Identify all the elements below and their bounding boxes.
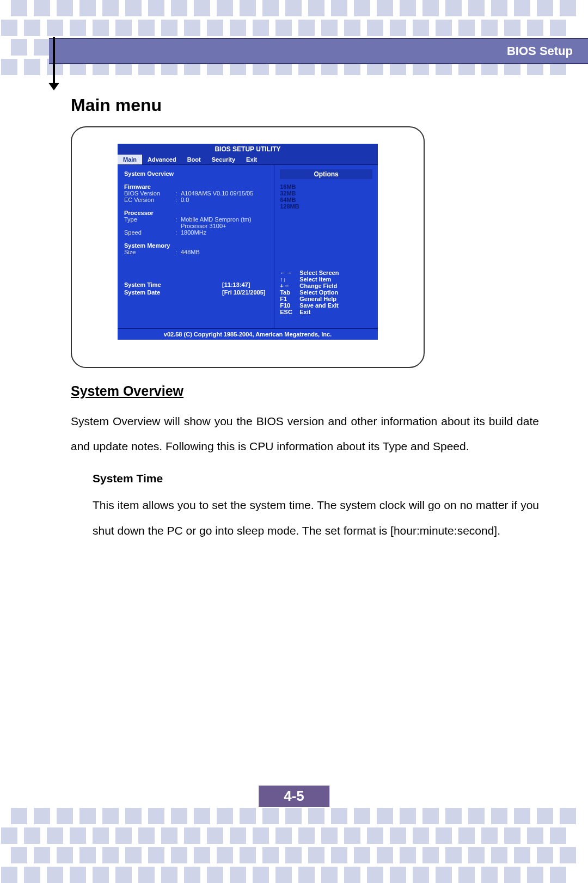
bios-tab-main[interactable]: Main: [118, 155, 142, 164]
bios-left-panel: System Overview Firmware BIOS Version:A1…: [118, 165, 274, 328]
bios-memory-header: System Memory: [124, 242, 267, 249]
bios-firmware-header: Firmware: [124, 183, 267, 190]
bios-help-keys: ←→Select Screen ↑↓Select Item + −Change …: [280, 269, 372, 315]
page-number-badge: 4-5: [259, 786, 329, 807]
bios-firmware-row: BIOS Version:A1049AMS V0.10 09/15/05: [124, 190, 267, 197]
bios-system-time[interactable]: System Time[11:13:47]: [124, 281, 267, 288]
body-paragraph: System Overview will show you the BIOS v…: [71, 409, 539, 459]
page-title: Main menu: [71, 95, 539, 115]
section-heading: System Overview: [71, 383, 539, 399]
header-title: BIOS Setup: [507, 44, 573, 58]
bios-tab-boot[interactable]: Boot: [182, 155, 206, 164]
header-bar: BIOS Setup: [49, 38, 588, 64]
bios-processor-header: Processor: [124, 210, 267, 216]
bios-footer: v02.58 (C) Copyright 1985-2004, American…: [118, 328, 378, 340]
bios-memory-row: Size:448MB: [124, 249, 267, 255]
bios-tab-advanced[interactable]: Advanced: [142, 155, 182, 164]
bios-option[interactable]: 16MB: [280, 183, 372, 190]
decorative-bottom: [0, 808, 588, 883]
bios-option[interactable]: 128MB: [280, 203, 372, 210]
bios-right-panel: Options 16MB 32MB 64MB 128MB ←→Select Sc…: [274, 165, 378, 328]
bios-system-overview-label: System Overview: [124, 170, 267, 177]
bios-tabs: Main Advanced Boot Security Exit: [118, 155, 378, 165]
bios-tab-security[interactable]: Security: [206, 155, 241, 164]
sub-heading: System Time: [93, 472, 539, 485]
arrow-down-icon: [48, 83, 59, 90]
bios-screen: BIOS SETUP UTILITY Main Advanced Boot Se…: [118, 144, 378, 340]
bios-tab-exit[interactable]: Exit: [241, 155, 262, 164]
bios-option[interactable]: 32MB: [280, 190, 372, 197]
arrow-line: [53, 37, 55, 87]
bios-frame: BIOS SETUP UTILITY Main Advanced Boot Se…: [71, 126, 425, 368]
bios-firmware-row: EC Version:0.0: [124, 197, 267, 203]
bios-options-header: Options: [280, 169, 372, 179]
bios-utility-title: BIOS SETUP UTILITY: [118, 144, 378, 155]
bios-option[interactable]: 64MB: [280, 197, 372, 203]
bios-processor-row: Type:Mobile AMD Sempron (tm) Processor 3…: [124, 216, 267, 229]
bios-system-date[interactable]: System Date[Fri 10/21/2005]: [124, 289, 267, 296]
bios-processor-row: Speed:1800MHz: [124, 229, 267, 236]
sub-paragraph: This item allows you to set the system t…: [93, 493, 539, 543]
